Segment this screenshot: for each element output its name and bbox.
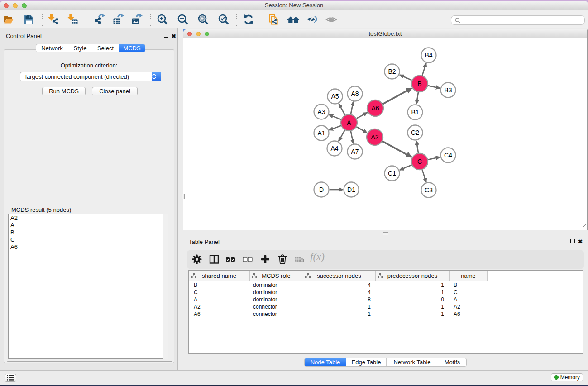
svg-text:A2: A2: [371, 133, 378, 141]
svg-text:B1: B1: [411, 109, 419, 116]
svg-text:A5: A5: [331, 93, 339, 100]
svg-text:A1: A1: [317, 129, 325, 137]
svg-text:C1: C1: [388, 170, 396, 177]
svg-text:C2: C2: [411, 129, 419, 136]
svg-text:B3: B3: [444, 86, 452, 94]
svg-text:B2: B2: [388, 68, 396, 75]
svg-text:B: B: [417, 80, 421, 87]
svg-text:A: A: [347, 119, 351, 126]
svg-text:A3: A3: [317, 108, 325, 115]
svg-text:D: D: [319, 186, 324, 193]
svg-text:A4: A4: [330, 145, 338, 152]
svg-text:A6: A6: [371, 105, 379, 112]
svg-text:D1: D1: [347, 186, 355, 193]
svg-text:A8: A8: [351, 90, 359, 97]
svg-text:B4: B4: [425, 52, 432, 59]
svg-text:C: C: [417, 158, 422, 165]
svg-text:A7: A7: [351, 148, 359, 155]
svg-text:C3: C3: [425, 186, 433, 194]
svg-text:C4: C4: [444, 152, 452, 159]
